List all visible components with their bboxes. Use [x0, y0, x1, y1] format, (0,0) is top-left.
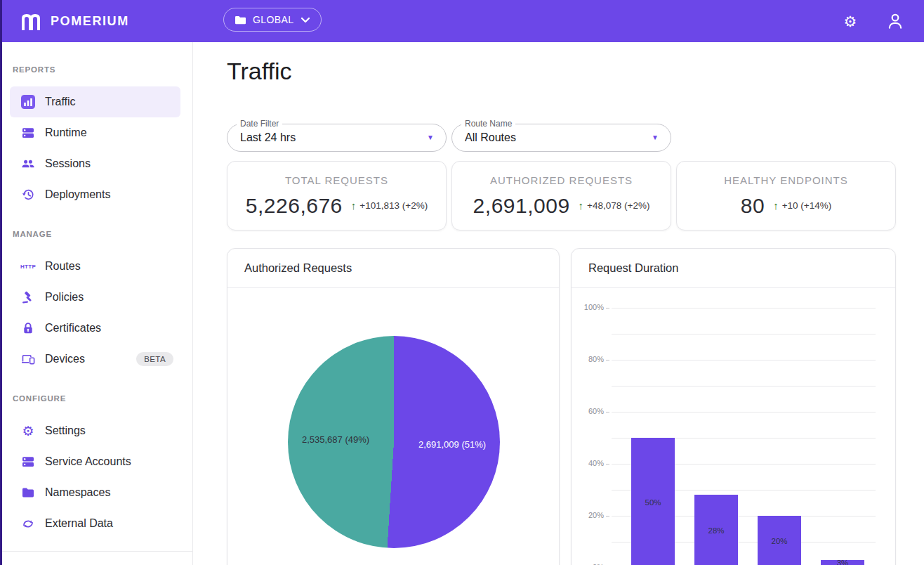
sidebar-item-label: Deployments	[45, 188, 110, 201]
app-window: POMERIUM GLOBAL ⚙ REPORTS	[0, 0, 924, 565]
sidebar: REPORTS Traffic Run	[0, 42, 193, 565]
stat-card-authorized-requests: AUTHORIZED REQUESTS 2,691,009 ↑ +48,078 …	[451, 161, 671, 230]
sidebar-section-configure: CONFIGURE	[13, 394, 192, 404]
chevron-down-icon	[301, 17, 310, 23]
sidebar-section-reports: REPORTS	[13, 65, 192, 75]
beta-badge: BETA	[136, 352, 173, 366]
sidebar-item-devices[interactable]: Devices BETA	[10, 344, 180, 375]
sidebar-item-label: Routes	[45, 260, 81, 273]
sidebar-item-label: Devices	[45, 353, 85, 365]
folder-icon	[235, 15, 246, 25]
sync-icon	[21, 517, 35, 531]
pomerium-logo-icon	[19, 12, 43, 30]
sidebar-item-external-data[interactable]: External Data	[10, 508, 180, 539]
y-axis-tick-label: 80%	[572, 355, 604, 363]
sidebar-item-sessions[interactable]: Sessions	[10, 148, 180, 179]
page-title: Traffic	[227, 58, 292, 85]
authorized-requests-card: Authorized Requests 2,691,009 (51%) 2,53…	[227, 248, 560, 565]
sidebar-section-manage: MANAGE	[13, 229, 192, 240]
top-app-bar: POMERIUM GLOBAL ⚙	[0, 0, 924, 42]
people-icon	[21, 157, 35, 171]
stat-label: AUTHORIZED REQUESTS	[490, 174, 633, 186]
stat-value: 80	[741, 194, 765, 218]
stat-label: HEALTHY ENDPOINTS	[724, 174, 847, 186]
appbar-actions: ⚙	[840, 0, 905, 42]
y-axis-tick	[606, 360, 609, 361]
lock-icon	[21, 321, 35, 335]
select-value: All Routes	[465, 131, 516, 144]
history-icon	[21, 188, 35, 202]
sidebar-item-label: Policies	[45, 291, 84, 304]
select-label: Route Name	[461, 119, 515, 129]
folder-icon	[21, 486, 35, 500]
sidebar-item-service-accounts[interactable]: Service Accounts	[10, 446, 180, 477]
sidebar-item-label: Certificates	[45, 322, 101, 335]
server-icon	[21, 455, 35, 469]
sidebar-item-certificates[interactable]: Certificates	[10, 313, 180, 344]
pie-slice-label-unauthorized: 2,535,687 (49%)	[302, 434, 369, 445]
select-label: Date Filter	[237, 119, 282, 129]
stat-value: 2,691,009	[473, 194, 570, 218]
y-axis-tick	[606, 464, 609, 465]
sidebar-item-label: Service Accounts	[45, 455, 131, 468]
stat-card-healthy-endpoints: HEALTHY ENDPOINTS 80 ↑ +10 (+14%)	[676, 161, 896, 230]
sidebar-item-policies[interactable]: Policies	[10, 282, 180, 313]
gridline	[612, 360, 876, 361]
y-axis-tick-label: 40%	[572, 459, 604, 467]
dropdown-arrow-icon: ▼	[427, 134, 434, 141]
request-duration-plot: 0%20%40%60%80%100%50%28%20%3%	[572, 288, 895, 565]
y-axis-tick	[606, 308, 609, 309]
stat-delta: +101,813 (+2%)	[359, 200, 428, 211]
chart-title: Request Duration	[572, 249, 895, 288]
namespace-selector-label: GLOBAL	[253, 14, 293, 25]
brand: POMERIUM	[19, 12, 129, 30]
y-axis-tick	[606, 516, 609, 517]
brand-name: POMERIUM	[51, 14, 129, 29]
user-account-icon[interactable]	[885, 11, 905, 31]
authorized-requests-chart: 2,691,009 (51%) 2,535,687 (49%)	[227, 288, 559, 565]
sidebar-item-label: Sessions	[45, 157, 91, 170]
gridline	[612, 386, 876, 387]
settings-gear-icon[interactable]: ⚙	[840, 11, 860, 31]
sidebar-item-traffic[interactable]: Traffic	[10, 86, 180, 117]
sidebar-item-deployments[interactable]: Deployments	[10, 179, 180, 210]
y-axis-tick	[606, 412, 609, 413]
gear-icon: ⚙	[21, 424, 35, 438]
trend-up-icon: ↑	[579, 200, 584, 212]
bar-chart-icon	[21, 95, 35, 109]
request-duration-card: Request Duration 0%20%40%60%80%100%50%28…	[571, 248, 896, 565]
dropdown-arrow-icon: ▼	[652, 134, 659, 141]
sidebar-item-label: Runtime	[45, 126, 87, 139]
bar-value-label: 20%	[758, 537, 801, 545]
stat-label: TOTAL REQUESTS	[285, 174, 388, 186]
filters-row: Date Filter Last 24 hrs ▼ Route Name All…	[227, 124, 671, 152]
stat-delta: +48,078 (+2%)	[587, 200, 649, 211]
namespace-selector-button[interactable]: GLOBAL	[223, 8, 322, 32]
sidebar-item-routes[interactable]: HTTP Routes	[10, 251, 180, 282]
select-value: Last 24 hrs	[240, 131, 296, 144]
route-name-select[interactable]: Route Name All Routes ▼	[451, 124, 671, 152]
gavel-icon	[21, 290, 35, 304]
stats-row: TOTAL REQUESTS 5,226,676 ↑ +101,813 (+2%…	[227, 161, 896, 230]
y-axis-tick-label: 100%	[572, 303, 604, 311]
sidebar-item-label: External Data	[45, 517, 113, 530]
main-content: Traffic Date Filter Last 24 hrs ▼ Route …	[193, 42, 924, 565]
date-filter-select[interactable]: Date Filter Last 24 hrs ▼	[227, 124, 447, 152]
sidebar-item-runtime[interactable]: Runtime	[10, 117, 180, 148]
stat-card-total-requests: TOTAL REQUESTS 5,226,676 ↑ +101,813 (+2%…	[227, 161, 447, 230]
bar-value-label: 50%	[631, 498, 675, 507]
bar-value-label: 3%	[821, 559, 864, 565]
devices-icon	[21, 352, 35, 366]
y-axis-tick-label: 60%	[572, 407, 604, 415]
window-edge-strip	[0, 0, 2, 565]
sidebar-item-namespaces[interactable]: Namespaces	[10, 477, 180, 508]
gridline	[612, 412, 876, 413]
trend-up-icon: ↑	[351, 200, 357, 212]
trend-up-icon: ↑	[773, 200, 779, 212]
y-axis-tick-label: 20%	[572, 511, 604, 519]
sidebar-item-settings[interactable]: ⚙ Settings	[10, 415, 180, 446]
bar-value-label: 28%	[694, 526, 738, 535]
gridline	[612, 334, 876, 335]
sidebar-item-label: Settings	[45, 424, 86, 437]
stat-delta: +10 (+14%)	[782, 200, 832, 211]
